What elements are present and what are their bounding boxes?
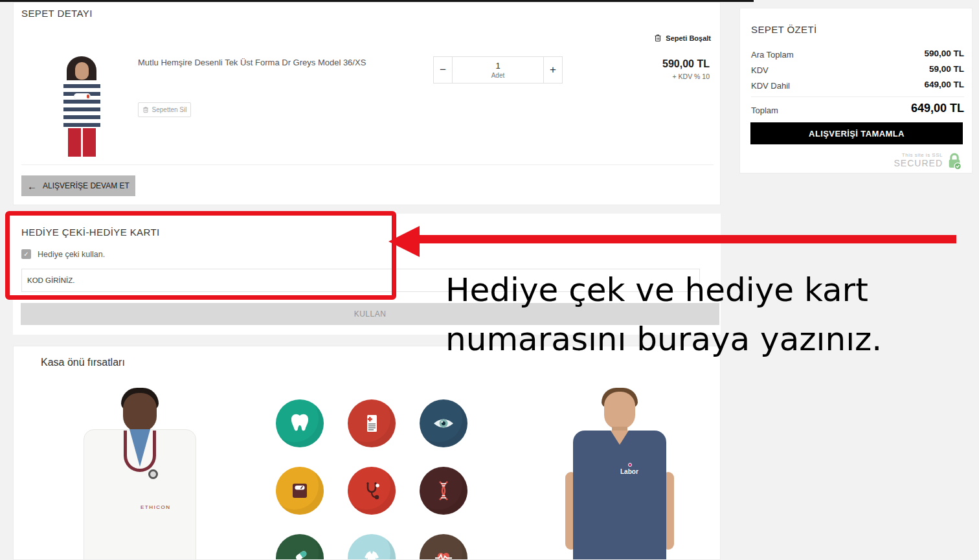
- medical-icons-grid: [276, 399, 467, 560]
- stethoscope-icon: [348, 467, 396, 515]
- tooth-icon: [276, 399, 324, 447]
- pills-icon: [276, 534, 324, 560]
- model-striped-top: [63, 80, 100, 128]
- gift-checkbox-label: Hediye çeki kullan.: [38, 250, 105, 259]
- quantity-display[interactable]: 1 Adet: [453, 56, 543, 84]
- divider: [21, 164, 714, 165]
- quantity-value: 1: [495, 61, 500, 71]
- ssl-secured-badge: This site is SSL SECURED: [894, 152, 963, 170]
- doctor-promo-image[interactable]: ETHICON: [65, 388, 214, 560]
- empty-cart-button[interactable]: Sepeti Boşalt: [654, 34, 711, 42]
- item-price-block: 590,00 TL + KDV % 10: [662, 58, 710, 80]
- nurse-logo-dot: [628, 463, 632, 467]
- empty-cart-label: Sepeti Boşalt: [666, 34, 711, 42]
- nurse-logo-text: Labor: [620, 468, 638, 475]
- vat-label: KDV: [751, 65, 769, 75]
- medical-report-icon: [348, 399, 396, 447]
- annotation-line2: numarasını buraya yazınız.: [445, 315, 882, 364]
- vat-value: 59,00 TL: [929, 64, 964, 74]
- product-title[interactable]: Mutlu Hemşire Desenli Tek Üst Forma Dr G…: [138, 58, 475, 67]
- heart-ekg-icon: [420, 534, 467, 560]
- cart-title: SEPET DETAYI: [21, 8, 93, 19]
- weight-scale-icon: [276, 467, 324, 515]
- scrub-shirt-icon: [348, 534, 396, 560]
- trash-icon: [654, 34, 662, 42]
- top-border-strip: [0, 0, 754, 2]
- doctor-coat-brand-text: ETHICON: [141, 504, 171, 510]
- trash-icon: [142, 106, 149, 113]
- offers-title: Kasa önü fırsatları: [41, 357, 125, 368]
- doctor-face: [123, 393, 157, 432]
- gift-title: HEDİYE ÇEKİ-HEDİYE KARTI: [21, 227, 160, 238]
- stethoscope-chestpiece: [148, 469, 158, 479]
- vat-included-label: KDV Dahil: [751, 81, 790, 91]
- item-price: 590,00 TL: [662, 58, 710, 70]
- product-image[interactable]: [59, 56, 106, 157]
- summary-title: SEPET ÖZETİ: [751, 24, 817, 35]
- model-pants: [68, 128, 96, 157]
- vat-included-value: 649,00 TL: [924, 80, 964, 89]
- summary-row-vat: KDV 59,00 TL: [751, 64, 964, 74]
- model-face: [75, 62, 89, 80]
- eye-icon: [420, 399, 467, 447]
- cart-summary-card: SEPET ÖZETİ Ara Toplam 590,00 TL KDV 59,…: [739, 8, 973, 174]
- back-arrow-icon: ←: [27, 181, 37, 192]
- cart-page: SEPET DETAYI Sepeti Boşalt Mutlu Hemşire…: [0, 0, 979, 560]
- remove-item-button[interactable]: Sepetten Sil: [138, 102, 191, 117]
- divider: [751, 96, 964, 97]
- subtotal-label: Ara Toplam: [751, 50, 794, 60]
- dna-icon: [420, 467, 467, 515]
- remove-item-label: Sepetten Sil: [152, 106, 187, 113]
- ssl-text-line2: SECURED: [894, 159, 943, 168]
- nurse-promo-image[interactable]: Labor: [555, 388, 684, 560]
- quantity-decrease-button[interactable]: −: [433, 56, 453, 84]
- gift-checkbox[interactable]: ✓: [21, 249, 31, 259]
- gift-checkbox-row: ✓ Hediye çeki kullan.: [21, 249, 105, 259]
- continue-shopping-button[interactable]: ← ALIŞVERİŞE DEVAM ET: [21, 175, 135, 196]
- quantity-increase-button[interactable]: +: [543, 56, 563, 84]
- lock-icon: [946, 152, 963, 170]
- cart-detail-card: SEPET DETAYI Sepeti Boşalt Mutlu Hemşire…: [13, 2, 721, 205]
- summary-row-vat-included: KDV Dahil 649,00 TL: [751, 80, 964, 90]
- annotation-text: Hediye çek ve hediye kart numarasını bur…: [445, 265, 882, 364]
- item-tax-note: + KDV % 10: [662, 73, 710, 80]
- checkout-button[interactable]: ALIŞVERİŞİ TAMAMLA: [750, 122, 963, 144]
- annotation-arrow-head: [388, 226, 420, 257]
- checkout-offers-card: Kasa önü fırsatları ETHICON: [13, 346, 721, 560]
- model-print-mark: [87, 95, 89, 98]
- continue-shopping-label: ALIŞVERİŞE DEVAM ET: [43, 181, 129, 190]
- total-label: Toplam: [751, 106, 778, 115]
- nurse-scrub-top: [573, 431, 666, 560]
- summary-row-subtotal: Ara Toplam 590,00 TL: [751, 49, 964, 59]
- stethoscope: [124, 431, 156, 472]
- annotation-arrow: [418, 235, 956, 243]
- quantity-unit: Adet: [491, 72, 505, 79]
- nurse-face: [604, 392, 635, 429]
- total-value: 649,00 TL: [911, 102, 964, 115]
- annotation-line1: Hediye çek ve hediye kart: [445, 265, 882, 315]
- quantity-stepper: − 1 Adet +: [433, 56, 563, 84]
- subtotal-value: 590,00 TL: [924, 49, 964, 58]
